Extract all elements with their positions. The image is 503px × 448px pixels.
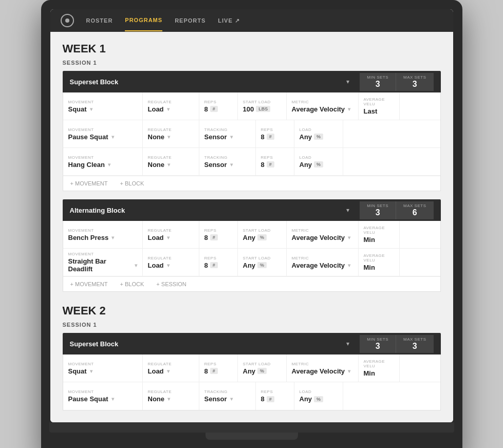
deadlift-metric-label: METRIC (292, 256, 353, 260)
hang-clean-movement-value[interactable]: Hang Clean ▾ (68, 161, 137, 169)
add-movement-btn-1[interactable]: + MOVEMENT (70, 180, 108, 186)
squat-movement-label: MOVEMENT (68, 100, 137, 104)
bench-press-metric-label: METRIC (292, 228, 353, 233)
alternating-chevron-icon[interactable]: ▾ (346, 207, 349, 214)
deadlift-avgvel-label: AVERAGE VELU (364, 253, 394, 263)
w2-superset-movements: MOVEMENT Squat ▾ REGULATE Load ▾ REPS 8 (63, 354, 441, 410)
squat-metric-field: METRIC Average Velocity ▾ (287, 92, 359, 120)
deadlift-regulate-label: REGULATE (148, 256, 194, 260)
pause-squat-reps-label: REPS (261, 127, 289, 132)
hang-clean-tracking-field: TRACKING Sensor ▾ (199, 148, 256, 175)
alternating-sets-container: MIN SETS 3 MAX SETS 6 (360, 201, 433, 219)
w2-min-sets-label: MIN SETS (367, 337, 388, 342)
w2-squat-regulate-value[interactable]: Load ▾ (148, 367, 194, 375)
nav-reports[interactable]: REPORTS (175, 10, 206, 31)
alt-min-sets-label: MIN SETS (367, 203, 388, 208)
deadlift-avgvel-value[interactable]: Min (364, 264, 394, 271)
squat-avgvel-value[interactable]: Last (364, 107, 394, 115)
logo-inner (65, 18, 69, 23)
w2-squat-metric-field: METRIC Average Velocity ▾ (287, 354, 359, 382)
hang-clean-regulate-field: REGULATE None ▾ (143, 148, 199, 175)
superset-chevron-icon[interactable]: ▾ (346, 78, 349, 85)
w2-squat-regulate-field: REGULATE Load ▾ (143, 354, 199, 382)
bench-press-load-input[interactable]: Any % (243, 234, 281, 241)
squat-metric-value[interactable]: Average Velocity ▾ (292, 105, 353, 113)
hang-clean-regulate-value[interactable]: None ▾ (148, 161, 194, 169)
squat-load-input[interactable]: 100 LBS (243, 105, 281, 113)
w2-superset-sets-container: MIN SETS 3 MAX SETS 3 (360, 335, 433, 353)
w2-squat-metric-value[interactable]: Average Velocity ▾ (292, 367, 353, 375)
week-1-title: WEEK 1 (63, 42, 441, 55)
deadlift-metric-value[interactable]: Average Velocity ▾ (292, 262, 353, 269)
w2-pause-squat-tracking-field: TRACKING Sensor ▾ (199, 382, 256, 410)
add-block-btn-1[interactable]: + BLOCK (120, 180, 144, 186)
deadlift-reps-input[interactable]: 8 # (204, 262, 232, 269)
pause-squat-reps-input[interactable]: 8 # (261, 133, 289, 141)
week1-alternating-block: Alternating Block ▾ MIN SETS 3 MAX SETS … (63, 199, 441, 292)
bench-press-avgvel-value[interactable]: Min (364, 236, 394, 244)
hang-clean-tracking-label: TRACKING (204, 155, 250, 160)
pause-squat-tracking-field: TRACKING Sensor ▾ (199, 120, 256, 147)
pause-squat-movement-label: MOVEMENT (68, 127, 137, 132)
w2-squat-load-input[interactable]: Any % (243, 367, 281, 375)
alt-max-sets-label: MAX SETS (403, 203, 426, 208)
pause-squat-row: MOVEMENT Pause Squat ▾ REGULATE None ▾ T… (63, 120, 440, 148)
w2-pause-squat-load-field: LOAD Any % (294, 382, 343, 410)
w2-squat-avgvel-value[interactable]: Min (364, 369, 394, 377)
w2-pause-squat-regulate-field: REGULATE None ▾ (143, 382, 199, 410)
w2-squat-reps-input[interactable]: 8 # (204, 367, 232, 375)
nav-programs[interactable]: PROGRAMS (125, 10, 162, 31)
w2-pause-squat-load-input[interactable]: Any % (300, 395, 338, 403)
squat-reps-input[interactable]: 8 # (204, 105, 232, 113)
pause-squat-load-input[interactable]: Any % (300, 133, 338, 141)
w2-pause-squat-load-label: LOAD (300, 389, 338, 394)
max-sets-value: 3 (403, 80, 426, 89)
pause-squat-tracking-value[interactable]: Sensor ▾ (204, 133, 250, 141)
hang-clean-reps-input[interactable]: 8 # (261, 161, 289, 169)
w2-min-sets-value: 3 (367, 342, 388, 351)
alternating-add-row: + MOVEMENT + BLOCK + SESSION (63, 276, 440, 291)
deadlift-regulate-value[interactable]: Load ▾ (148, 262, 194, 269)
add-block-btn-2[interactable]: + BLOCK (120, 281, 144, 287)
w2-pause-squat-row: MOVEMENT Pause Squat ▾ REGULATE None ▾ T… (63, 382, 440, 410)
w2-min-sets-box: MIN SETS 3 (360, 335, 396, 353)
max-sets-box: MAX SETS 3 (396, 73, 433, 91)
hang-clean-movement-label: MOVEMENT (68, 155, 137, 160)
w2-pause-squat-reps-input[interactable]: 8 # (261, 395, 289, 403)
squat-movement-value[interactable]: Squat ▾ (68, 105, 137, 113)
w2-pause-squat-movement-value[interactable]: Pause Squat ▾ (68, 395, 137, 403)
w2-superset-chevron-icon[interactable]: ▾ (346, 340, 349, 347)
add-movement-btn-2[interactable]: + MOVEMENT (70, 281, 108, 287)
bench-press-metric-value[interactable]: Average Velocity ▾ (292, 234, 353, 241)
bench-press-reps-input[interactable]: 8 # (204, 234, 232, 241)
hang-clean-load-input[interactable]: Any % (300, 161, 338, 169)
pause-squat-load-label: LOAD (300, 127, 338, 132)
w2-squat-movement-value[interactable]: Squat ▾ (68, 367, 137, 375)
hang-clean-tracking-value[interactable]: Sensor ▾ (204, 161, 250, 169)
pause-squat-regulate-field: REGULATE None ▾ (143, 120, 199, 147)
logo[interactable] (61, 14, 74, 27)
superset-add-row: + MOVEMENT + BLOCK (63, 176, 440, 191)
squat-regulate-value[interactable]: Load ▾ (148, 105, 194, 113)
nav-roster[interactable]: ROSTER (86, 10, 113, 31)
squat-movement-field: MOVEMENT Squat ▾ (63, 92, 143, 120)
w2-pause-squat-regulate-value[interactable]: None ▾ (148, 395, 194, 403)
bench-press-movement-value[interactable]: Bench Press ▾ (68, 234, 137, 241)
pause-squat-movement-value[interactable]: Pause Squat ▾ (68, 133, 137, 141)
pause-squat-regulate-value[interactable]: None ▾ (148, 133, 194, 141)
deadlift-movement-value[interactable]: Straight Bar Deadlift ▾ (68, 257, 137, 273)
squat-row: MOVEMENT Squat ▾ REGULATE Load ▾ REPS 8 (63, 92, 440, 120)
w2-squat-metric-label: METRIC (292, 362, 353, 366)
add-session-btn-1[interactable]: + SESSION (156, 281, 186, 287)
w2-superset-block-header: Superset Block ▾ MIN SETS 3 MAX SETS 3 (63, 333, 441, 354)
deadlift-reps-label: REPS (204, 256, 232, 260)
main-content: WEEK 1 SESSION 1 Superset Block ▾ MIN SE… (50, 32, 453, 422)
w2-squat-movement-field: MOVEMENT Squat ▾ (63, 354, 143, 382)
bench-press-regulate-value[interactable]: Load ▾ (148, 234, 194, 241)
superset-block-name: Superset Block (70, 78, 347, 86)
deadlift-load-input[interactable]: Any % (243, 262, 281, 269)
w2-pause-squat-tracking-value[interactable]: Sensor ▾ (204, 395, 250, 403)
bench-press-row: MOVEMENT Bench Press ▾ REGULATE Load ▾ R… (63, 221, 440, 249)
nav-live[interactable]: LIVE ↗ (218, 10, 240, 31)
alt-max-sets-value: 6 (403, 208, 426, 217)
